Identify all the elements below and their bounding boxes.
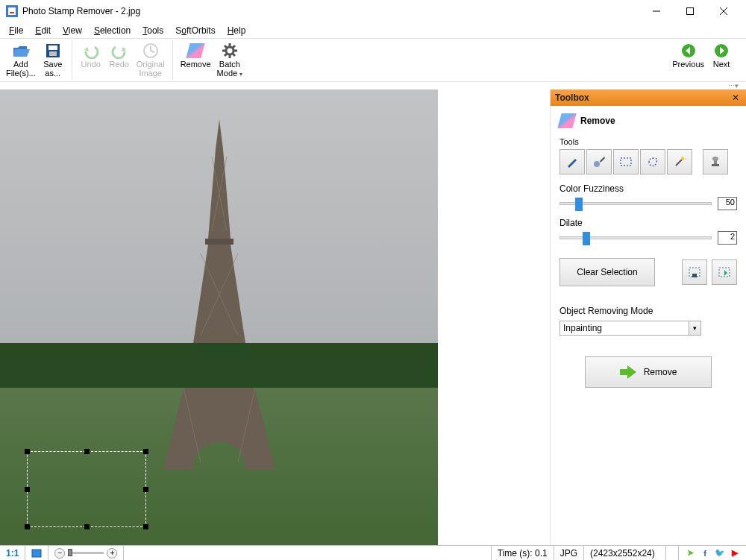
selection-handle-se[interactable] [143, 524, 148, 529]
undo-button[interactable]: Undo [77, 40, 105, 70]
original-image-button[interactable]: OriginalImage [134, 40, 168, 79]
toolbar-expand[interactable]: ⋯▾ [0, 82, 746, 89]
maximize-button[interactable] [673, 0, 706, 22]
redo-icon [110, 42, 128, 60]
tool-stamp[interactable] [703, 149, 728, 174]
toolbox-close-icon[interactable]: ✕ [730, 92, 742, 103]
undo-label: Undo [81, 60, 101, 69]
clear-selection-label: Clear Selection [577, 267, 637, 277]
status-time: Time (s): 0.1 [492, 546, 554, 560]
svg-rect-43 [692, 274, 697, 277]
menu-tools[interactable]: Tools [137, 24, 169, 37]
menu-softorbits[interactable]: SoftOrbits [169, 24, 221, 37]
svg-line-18 [225, 45, 227, 48]
remove-button[interactable]: Remove [178, 40, 214, 70]
clear-selection-button[interactable]: Clear Selection [560, 258, 655, 286]
save-selection-button[interactable] [682, 259, 707, 285]
svg-line-20 [233, 45, 235, 48]
menu-bar: File Edit View Selection Tools SoftOrbit… [0, 22, 746, 39]
youtube-icon[interactable]: ▶ [730, 548, 740, 559]
zoom-out-button[interactable]: − [54, 548, 65, 559]
close-button[interactable] [706, 0, 740, 22]
save-icon [44, 42, 62, 60]
folder-open-icon [12, 42, 30, 60]
status-dimensions: (2423x2552x24) [584, 546, 666, 560]
selection-handle-w[interactable] [25, 487, 30, 492]
color-fuzziness-value[interactable]: 50 [718, 197, 737, 210]
dilate-value[interactable]: 2 [718, 231, 737, 245]
svg-point-13 [226, 47, 233, 54]
save-as-label: Saveas... [43, 60, 62, 78]
image-canvas[interactable] [0, 89, 438, 545]
remove-label: Remove [181, 60, 211, 69]
next-icon [712, 42, 730, 60]
tools-group-label: Tools [560, 137, 737, 146]
menu-file[interactable]: File [3, 24, 29, 37]
selection-handle-s[interactable] [84, 524, 90, 529]
svg-rect-2 [10, 12, 14, 13]
object-removing-mode-label: Object Removing Mode [560, 306, 737, 316]
toolbox-title: Toolbox [555, 92, 730, 103]
menu-edit[interactable]: Edit [29, 24, 57, 37]
menu-help[interactable]: Help [222, 24, 252, 37]
svg-line-19 [233, 54, 235, 56]
selection-handle-nw[interactable] [25, 449, 30, 454]
selection-handle-sw[interactable] [25, 524, 30, 529]
color-fuzziness-label: Color Fuzziness [560, 183, 737, 194]
tool-rect-select[interactable] [613, 149, 639, 174]
eraser-icon [186, 42, 204, 60]
undo-icon [82, 42, 100, 60]
add-files-button[interactable]: AddFile(s)... [3, 40, 39, 79]
clock-icon [142, 42, 160, 60]
menu-selection[interactable]: Selection [88, 24, 137, 37]
tool-magic-wand[interactable] [667, 149, 692, 174]
zoom-11-button[interactable]: 1:1 [0, 546, 25, 560]
menu-view[interactable]: View [57, 24, 88, 37]
toolbar: AddFile(s)... Saveas... Undo Redo Origin… [0, 39, 746, 82]
toolbox-header[interactable]: Toolbox ✕ [551, 89, 746, 106]
previous-button[interactable]: Previous [669, 40, 707, 70]
previous-label: Previous [672, 60, 704, 69]
facebook-icon[interactable]: f [700, 548, 710, 559]
treeline-illustration [0, 343, 438, 388]
batch-mode-button[interactable]: BatchMode ▾ [214, 40, 246, 81]
titlebar: Photo Stamp Remover - 2.jpg [0, 0, 746, 22]
color-fuzziness-slider[interactable] [560, 202, 712, 205]
svg-rect-24 [205, 239, 233, 245]
status-format: JPG [554, 546, 584, 560]
fit-screen-button[interactable] [25, 546, 48, 560]
redo-label: Redo [110, 60, 129, 69]
share-icon[interactable]: ➤ [685, 548, 695, 559]
minimize-button[interactable] [639, 0, 673, 22]
section-remove-label: Remove [580, 116, 615, 126]
gear-icon [221, 42, 239, 60]
save-as-button[interactable]: Saveas... [39, 40, 67, 79]
add-files-label: AddFile(s)... [6, 60, 36, 78]
mode-combo-value: Inpainting [560, 321, 689, 335]
next-button[interactable]: Next [707, 40, 736, 70]
tool-lasso[interactable] [640, 149, 665, 174]
load-selection-button[interactable] [712, 259, 737, 285]
zoom-slider[interactable] [68, 552, 104, 554]
arrow-right-icon [620, 365, 636, 379]
svg-rect-39 [712, 164, 719, 166]
selection-rectangle[interactable] [27, 451, 146, 527]
chevron-down-icon[interactable]: ▾ [689, 321, 700, 335]
svg-point-36 [681, 157, 684, 160]
svg-line-12 [151, 51, 154, 52]
next-label: Next [713, 60, 730, 69]
mode-combo[interactable]: Inpainting ▾ [560, 321, 701, 336]
prev-icon [680, 42, 698, 60]
selection-handle-ne[interactable] [143, 449, 148, 454]
redo-button[interactable]: Redo [105, 40, 134, 70]
tool-brush-erase[interactable] [586, 149, 612, 174]
remove-run-button[interactable]: Remove [585, 356, 712, 388]
svg-rect-8 [48, 45, 57, 50]
twitter-icon[interactable]: 🐦 [715, 548, 725, 559]
tool-marker[interactable] [560, 149, 585, 174]
zoom-in-button[interactable]: + [107, 548, 117, 559]
selection-handle-n[interactable] [84, 449, 90, 454]
selection-handle-e[interactable] [143, 487, 148, 492]
svg-rect-32 [0, 343, 438, 388]
dilate-slider[interactable] [560, 236, 712, 239]
